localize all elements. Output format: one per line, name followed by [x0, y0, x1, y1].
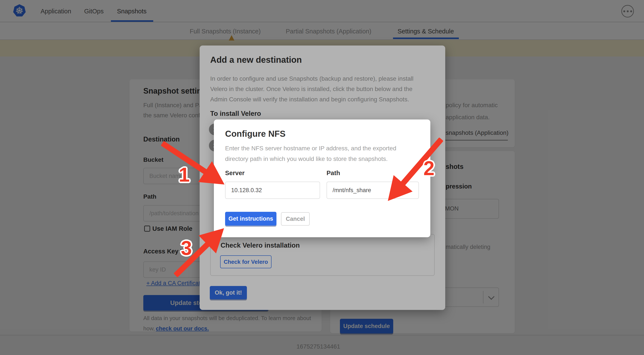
cancel-button[interactable]: Cancel — [281, 212, 310, 226]
get-instructions-button[interactable]: Get instructions — [225, 212, 276, 226]
configure-nfs-title: Configure NFS — [225, 129, 286, 139]
server-input[interactable] — [225, 182, 320, 199]
annotation-step-2: 2 — [424, 157, 434, 180]
nfs-path-label: Path — [326, 170, 340, 177]
configure-nfs-modal: Configure NFS Enter the NFS server hostn… — [214, 119, 430, 237]
nfs-description-line1: Enter the NFS server hostname or IP addr… — [225, 145, 396, 152]
screen: Application GitOps Snapshots Full Snapsh… — [0, 0, 644, 355]
annotation-step-1: 1 — [179, 163, 190, 186]
annotation-step-3: 3 — [181, 237, 192, 260]
nfs-description-line2: directory path in which you would like t… — [225, 155, 388, 162]
